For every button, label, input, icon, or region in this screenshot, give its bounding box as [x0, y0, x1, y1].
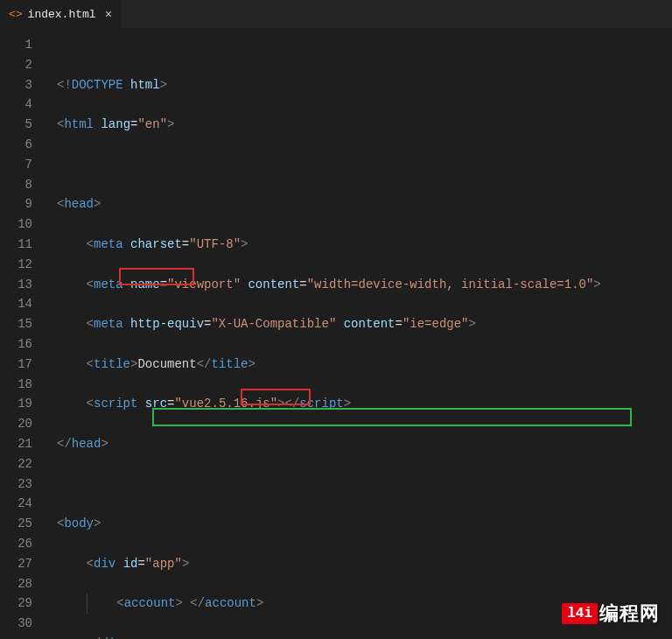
code-editor[interactable]: 1234567891011121314151617181920212223242…	[0, 28, 672, 639]
watermark-logo: l4i	[562, 603, 598, 624]
html-icon: <>	[9, 8, 23, 21]
tab-index-html[interactable]: <> index.html ×	[0, 0, 121, 28]
watermark: l4i 编程网	[562, 600, 660, 627]
close-icon[interactable]: ×	[105, 8, 112, 22]
line-gutter: 1234567891011121314151617181920212223242…	[0, 28, 48, 639]
code-content[interactable]: <!DOCTYPE html> <html lang="en"> <head> …	[48, 28, 672, 639]
tab-bar: <> index.html ×	[0, 0, 672, 28]
watermark-text: 编程网	[599, 600, 660, 627]
tab-title: index.html	[28, 8, 96, 21]
